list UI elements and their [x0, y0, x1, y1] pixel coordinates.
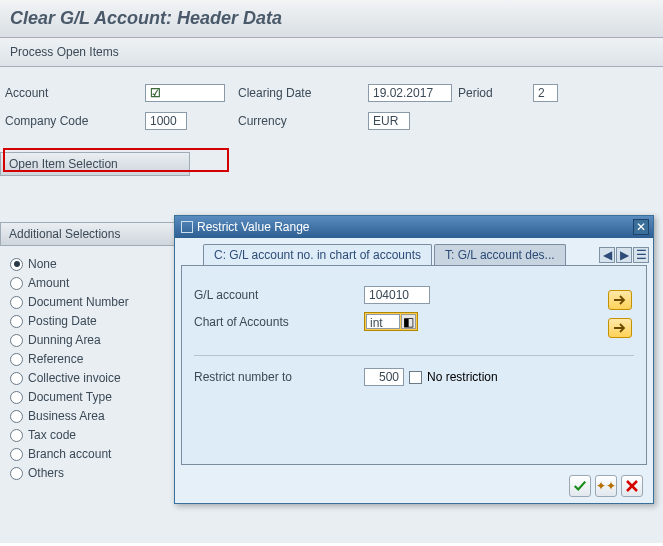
multiple-selection-chart-button[interactable]	[608, 318, 632, 338]
check-icon	[573, 479, 587, 493]
no-restriction-label: No restriction	[427, 370, 498, 384]
company-code-label: Company Code	[5, 114, 145, 128]
tab-chart-of-accounts[interactable]: C: G/L account no. in chart of accounts	[203, 244, 432, 265]
radio-dunning-area-label: Dunning Area	[28, 333, 101, 347]
restrict-number-input[interactable]: 500	[364, 368, 404, 386]
value-help-button[interactable]: ◧	[401, 314, 416, 329]
radio-document-number-label: Document Number	[28, 295, 129, 309]
period-label: Period	[458, 86, 533, 100]
clearing-date-label: Clearing Date	[238, 86, 368, 100]
restrict-number-label: Restrict number to	[194, 370, 364, 384]
continue-button[interactable]	[569, 475, 591, 497]
radio-others-label: Others	[28, 466, 64, 480]
dialog-titlebar[interactable]: Restrict Value Range ✕	[175, 216, 653, 238]
currency-label: Currency	[238, 114, 368, 128]
radio-branch-account-label: Branch account	[28, 447, 111, 461]
screen-title: Clear G/L Account: Header Data	[0, 0, 663, 38]
radio-tax-code[interactable]	[10, 429, 23, 442]
chevron-left-icon: ◀	[603, 248, 612, 262]
main-content: Account ☑ Clearing Date 19.02.2017 Perio…	[0, 67, 663, 543]
radio-branch-account[interactable]	[10, 448, 23, 461]
radio-business-area[interactable]	[10, 410, 23, 423]
radio-business-area-label: Business Area	[28, 409, 105, 423]
radio-none-label: None	[28, 257, 57, 271]
radio-document-type-label: Document Type	[28, 390, 112, 404]
selection-icon: ✦✦	[596, 479, 616, 493]
radio-reference[interactable]	[10, 353, 23, 366]
close-button[interactable]: ✕	[633, 219, 649, 235]
dialog-title: Restrict Value Range	[197, 220, 310, 234]
gl-account-input[interactable]: 104010	[364, 286, 430, 304]
no-restriction-checkbox[interactable]	[409, 371, 422, 384]
period-input[interactable]: 2	[533, 84, 558, 102]
currency-input[interactable]: EUR	[368, 112, 410, 130]
arrow-right-icon	[613, 323, 627, 333]
dropdown-icon: ◧	[403, 315, 414, 329]
radio-others[interactable]	[10, 467, 23, 480]
cancel-button[interactable]	[621, 475, 643, 497]
tab-scroll-left-button[interactable]: ◀	[599, 247, 615, 263]
tab-list-button[interactable]: ☰	[633, 247, 649, 263]
radio-amount[interactable]	[10, 277, 23, 290]
gl-account-label: G/L account	[194, 288, 364, 302]
arrow-right-icon	[613, 295, 627, 305]
radio-document-number[interactable]	[10, 296, 23, 309]
restrict-value-range-dialog: Restrict Value Range ✕ C: G/L account no…	[174, 215, 654, 504]
radio-tax-code-label: Tax code	[28, 428, 76, 442]
multiple-selection-gl-button[interactable]	[608, 290, 632, 310]
chart-of-accounts-input[interactable]: int	[366, 314, 400, 329]
radio-collective-invoice[interactable]	[10, 372, 23, 385]
clearing-date-input[interactable]: 19.02.2017	[368, 84, 452, 102]
open-item-selection-panel: Open Item Selection	[0, 152, 190, 176]
radio-posting-date-label: Posting Date	[28, 314, 97, 328]
new-selection-button[interactable]: ✦✦	[595, 475, 617, 497]
tab-scroll-right-button[interactable]: ▶	[616, 247, 632, 263]
radio-dunning-area[interactable]	[10, 334, 23, 347]
window-icon	[181, 221, 193, 233]
checkmark-icon: ☑	[150, 86, 161, 100]
list-icon: ☰	[636, 248, 647, 262]
radio-none[interactable]	[10, 258, 23, 271]
additional-selections-panel: Additional Selections	[0, 222, 190, 246]
account-label: Account	[5, 86, 145, 100]
chart-of-accounts-label: Chart of Accounts	[194, 315, 364, 329]
company-code-input[interactable]: 1000	[145, 112, 187, 130]
close-icon: ✕	[636, 220, 646, 234]
radio-document-type[interactable]	[10, 391, 23, 404]
tab-account-description[interactable]: T: G/L account des...	[434, 244, 566, 265]
account-input[interactable]: ☑	[145, 84, 225, 102]
radio-collective-invoice-label: Collective invoice	[28, 371, 121, 385]
radio-posting-date[interactable]	[10, 315, 23, 328]
process-open-items[interactable]: Process Open Items	[0, 38, 663, 67]
radio-reference-label: Reference	[28, 352, 83, 366]
radio-amount-label: Amount	[28, 276, 69, 290]
x-icon	[626, 480, 638, 492]
chevron-right-icon: ▶	[620, 248, 629, 262]
